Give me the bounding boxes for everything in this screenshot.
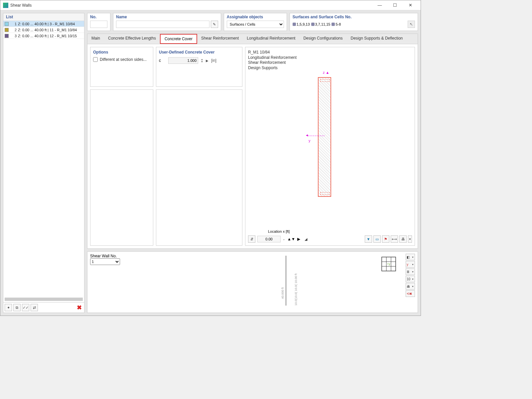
row-number: 1 bbox=[11, 22, 17, 26]
location-config-button[interactable]: ⇵ bbox=[248, 235, 255, 243]
surfaces-group: Surfaces and Surface Cells No. 1,5,9,13 … bbox=[290, 13, 418, 31]
list-item[interactable]: 3 Z: 0.00 ... 40.00 ft | 12 - R_M1 10/15 bbox=[3, 33, 84, 39]
assignable-select[interactable]: Surfaces / Cells bbox=[227, 21, 284, 28]
titlebar: Shear Walls — ☐ ✕ bbox=[0, 0, 421, 10]
assignable-label: Assignable objects bbox=[227, 15, 284, 19]
tab-main[interactable]: Main bbox=[87, 34, 104, 44]
y-axis-arrow bbox=[308, 136, 325, 136]
dialog-body: List 1 Z: 0.00 ... 40.00 ft | 3 - R_M1 1… bbox=[0, 10, 421, 316]
cover-value-input[interactable] bbox=[168, 57, 198, 64]
preview-info-line: Shear Reinforcement bbox=[248, 60, 412, 66]
surface-set-1: 1,5,9,13 bbox=[297, 22, 310, 26]
name-label: Name bbox=[116, 15, 218, 19]
copy-item-button[interactable]: ⧉ bbox=[13, 304, 21, 311]
model-view-toolbar: ◧▼ y▼ ≣▼ 10▼ 🖶▼ ⟲✖ bbox=[406, 254, 415, 297]
view-reset-button[interactable]: ⟲✖ bbox=[406, 290, 415, 297]
view-axes-button[interactable]: y▼ bbox=[406, 261, 415, 268]
main-area: No. Name ✎ Assignable objects Surfaces /… bbox=[87, 13, 418, 313]
print-button[interactable]: 🖶 bbox=[399, 235, 407, 243]
preview-info-line: R_M1 10/84 bbox=[248, 50, 412, 55]
preview-info-line: Longitudinal Reinforcement bbox=[248, 55, 412, 61]
delete-item-button[interactable]: ✖ bbox=[75, 304, 83, 311]
no-input[interactable] bbox=[90, 21, 107, 28]
tab-content: Options Different at section sides... Us… bbox=[87, 44, 418, 248]
location-flag-button[interactable]: ◢ bbox=[302, 235, 310, 243]
edit-name-button[interactable]: ✎ bbox=[211, 21, 218, 28]
svg-text:+y: +y bbox=[387, 262, 390, 266]
list-toolbar: ✦ ⧉ ✓✓ ⇄ ✖ bbox=[3, 302, 84, 313]
view-cube-button[interactable]: ◧▼ bbox=[406, 254, 415, 260]
location-dropdown-icon[interactable]: ⌄ bbox=[283, 237, 285, 241]
cover-spinner[interactable]: ▲▼ bbox=[201, 58, 203, 63]
list-panel: List 1 Z: 0.00 ... 40.00 ft | 3 - R_M1 1… bbox=[3, 13, 84, 313]
shear-walls-dialog: Shear Walls — ☐ ✕ List 1 Z: 0.00 ... 40.… bbox=[0, 0, 421, 316]
section-view-button[interactable]: ▭ bbox=[373, 235, 381, 243]
different-sides-label: Different at section sides... bbox=[100, 57, 147, 62]
tab-concrete-effective-lengths[interactable]: Concrete Effective Lengths bbox=[104, 34, 160, 44]
close-window-button[interactable]: ✕ bbox=[403, 0, 418, 10]
print-dropdown-button[interactable]: ▼ bbox=[408, 235, 412, 243]
name-input[interactable] bbox=[116, 21, 209, 28]
flag-button[interactable]: ⚑ bbox=[382, 235, 389, 243]
row-text: Z: 0.00 ... 40.00 ft | 3 - R_M1 10/84 bbox=[18, 22, 75, 26]
location-input[interactable] bbox=[257, 236, 281, 242]
segment-dims: 10.0(10.0( 10.0( 10.00 ft bbox=[294, 273, 298, 306]
y-axis-label: y bbox=[309, 139, 311, 143]
tab-bar: MainConcrete Effective LengthsConcrete C… bbox=[87, 34, 418, 44]
tab-design-configurations[interactable]: Design Configurations bbox=[299, 34, 346, 44]
options-title: Options bbox=[93, 50, 150, 55]
color-swatch bbox=[5, 22, 9, 26]
different-sides-input[interactable] bbox=[93, 57, 98, 62]
tab-design-supports-deflection[interactable]: Design Supports & Deflection bbox=[347, 34, 407, 44]
shear-wall-no-select[interactable]: 1 bbox=[90, 258, 120, 265]
location-label: Location x [ft] bbox=[268, 229, 412, 233]
cover-step-button[interactable]: ▶ bbox=[206, 59, 208, 63]
wall-elevation-sketch: 10.0(10.0( 10.0( 10.00 ft 40.000 ft bbox=[280, 256, 292, 306]
swap-button[interactable]: ⇄ bbox=[31, 304, 38, 311]
orientation-cube[interactable]: +y bbox=[380, 255, 398, 273]
view-print-button[interactable]: 🖶▼ bbox=[406, 283, 415, 290]
checklist-button[interactable]: ✓✓ bbox=[22, 304, 29, 311]
list-item[interactable]: 1 Z: 0.00 ... 40.00 ft | 3 - R_M1 10/84 bbox=[3, 21, 84, 27]
location-step-button[interactable]: ▶ bbox=[297, 237, 300, 241]
header-fields: No. Name ✎ Assignable objects Surfaces /… bbox=[87, 13, 418, 31]
pick-surfaces-button[interactable]: ↖ bbox=[408, 21, 415, 28]
assignable-group: Assignable objects Surfaces / Cells bbox=[224, 13, 287, 31]
model-preview-pane: Shear Wall No. 1 10.0(10.0( 10.0( 10.00 … bbox=[87, 251, 418, 313]
filter-button[interactable]: ▼ bbox=[365, 235, 372, 243]
surfaces-label: Surfaces and Surface Cells No. bbox=[293, 15, 415, 19]
surface-set-3: 5-8 bbox=[335, 22, 341, 26]
different-sides-checkbox[interactable]: Different at section sides... bbox=[93, 57, 150, 62]
window-title: Shear Walls bbox=[10, 3, 372, 8]
view-scale-button[interactable]: 10▼ bbox=[406, 276, 415, 282]
no-group: No. bbox=[87, 13, 110, 31]
shear-wall-list[interactable]: 1 Z: 0.00 ... 40.00 ft | 3 - R_M1 10/84 … bbox=[3, 21, 84, 296]
list-header: List bbox=[3, 13, 84, 21]
surfaces-value-row: 1,5,9,13 3,7,11,15 5-8 ↖ bbox=[293, 21, 415, 28]
tab-longitudinal-reinforcement[interactable]: Longitudinal Reinforcement bbox=[243, 34, 299, 44]
new-item-button[interactable]: ✦ bbox=[5, 304, 12, 311]
tab-concrete-cover[interactable]: Concrete Cover bbox=[160, 34, 197, 44]
view-layers-button[interactable]: ≣▼ bbox=[406, 268, 415, 275]
section-shape bbox=[318, 77, 331, 197]
overall-dim: 40.000 ft bbox=[281, 287, 284, 299]
options-pane: Options Different at section sides... bbox=[90, 47, 153, 87]
section-preview-pane: R_M1 10/84Longitudinal ReinforcementShea… bbox=[245, 47, 415, 246]
tab-shear-reinforcement[interactable]: Shear Reinforcement bbox=[197, 34, 243, 44]
cover-symbol: c bbox=[159, 58, 166, 63]
row-number: 3 bbox=[11, 34, 17, 38]
surface-set-icon bbox=[332, 23, 335, 26]
cover-title: User-Defined Concrete Cover bbox=[159, 50, 239, 55]
name-group: Name ✎ bbox=[113, 13, 221, 31]
list-item[interactable]: 2 Z: 0.00 ... 40.00 ft | 11 - R_M1 10/84 bbox=[3, 27, 84, 33]
maximize-button[interactable]: ☐ bbox=[387, 0, 403, 10]
shear-wall-no-label: Shear Wall No. bbox=[90, 254, 120, 258]
measure-button[interactable]: ⟷ bbox=[391, 235, 398, 243]
location-spinner[interactable]: ▲▼ bbox=[287, 237, 295, 241]
preview-info: R_M1 10/84Longitudinal ReinforcementShea… bbox=[248, 50, 412, 70]
cover-pane: User-Defined Concrete Cover c ▲▼ ▶ [in] bbox=[156, 47, 242, 87]
minimize-button[interactable]: — bbox=[372, 0, 387, 10]
section-drawing: z ▲ y bbox=[248, 70, 412, 229]
surface-set-2: 3,7,11,15 bbox=[315, 22, 331, 26]
horizontal-scrollbar[interactable] bbox=[5, 298, 83, 301]
